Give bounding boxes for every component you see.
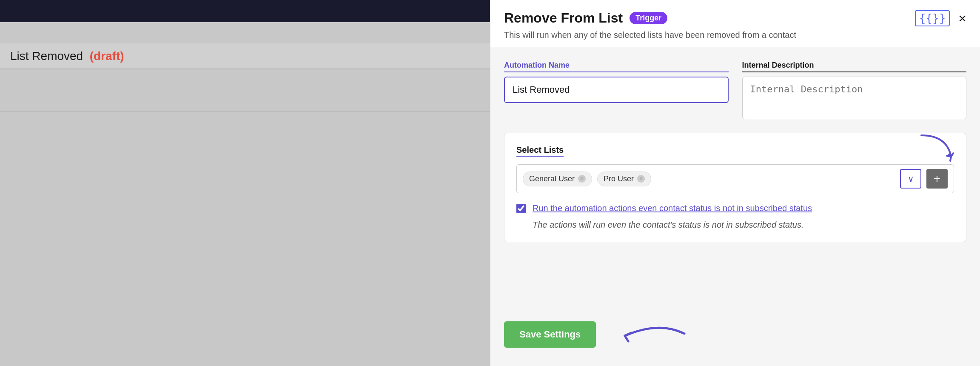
draft-badge: (draft) [90,49,124,63]
close-button[interactable]: × [958,11,966,26]
list-item-row: List Removed (draft) [0,43,490,69]
modal-subtitle: This will run when any of the selected l… [504,30,966,40]
modal-body: Automation Name Internal Description Sel… [490,47,980,306]
dropdown-button[interactable]: ∨ [900,169,921,189]
automation-name-label: Automation Name [504,61,729,72]
tag-general-user-remove[interactable]: × [578,175,586,183]
save-arrow-annotation [599,317,693,352]
trigger-badge: Trigger [630,12,667,24]
left-content-area: List Removed (draft) [0,22,490,366]
list-item-title: List Removed (draft) [10,49,124,63]
fields-row: Automation Name Internal Description [504,61,966,119]
tag-pro-user-remove[interactable]: × [637,175,645,183]
tag-pro-user: Pro User × [597,172,651,186]
checkbox-section: Run the automation actions even contact … [516,203,954,230]
tags-container: General User × Pro User × ∨ + [516,164,954,193]
tag-general-user: General User × [523,172,592,186]
tag-pro-user-label: Pro User [604,174,634,183]
save-area: Save Settings [490,306,980,366]
automation-name-input[interactable] [504,77,729,103]
automation-name-group: Automation Name [504,61,729,119]
tag-general-user-label: General User [529,174,575,183]
code-icon[interactable]: {{}} [915,10,950,26]
select-lists-section: Select Lists General User × Pro User × ∨… [504,133,966,242]
modal-title: Remove From List [504,10,623,26]
list-item-name: List Removed [10,49,83,63]
internal-description-label: Internal Description [742,61,967,72]
checkbox-description: The actions will run even the contact's … [533,220,954,230]
internal-description-group: Internal Description [742,61,967,119]
add-list-button[interactable]: + [926,169,948,189]
header-icons: {{}} × [915,10,966,26]
subscribed-status-label[interactable]: Run the automation actions even contact … [533,203,812,213]
checkbox-row: Run the automation actions even contact … [516,203,954,213]
top-navigation-bar [0,0,490,22]
save-settings-button[interactable]: Save Settings [504,321,596,348]
modal-title-row: Remove From List Trigger [504,10,966,26]
subscribed-status-checkbox[interactable] [516,204,526,213]
select-lists-label: Select Lists [516,145,564,157]
modal-panel: Remove From List Trigger This will run w… [490,0,980,366]
modal-header: Remove From List Trigger This will run w… [490,0,980,47]
internal-description-input[interactable] [742,77,967,119]
background-panel: List Removed (draft) [0,0,490,366]
